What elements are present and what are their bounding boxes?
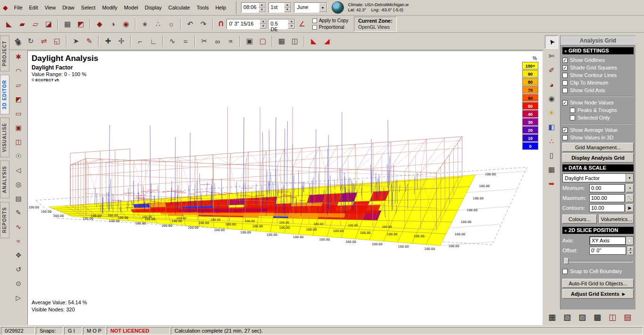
menu-select[interactable]: Select	[78, 3, 99, 12]
gears-tool-icon[interactable]: ∗	[139, 18, 151, 30]
offset-down-icon[interactable]: ▼	[627, 251, 634, 255]
mirror-tool-icon[interactable]: ⇌	[38, 35, 50, 47]
nodes-link-icon[interactable]: ∝	[225, 35, 237, 47]
checkbox-box[interactable]: ✓	[562, 128, 568, 133]
proportional-box[interactable]	[312, 25, 317, 30]
zone-draw-icon[interactable]: ◩	[12, 93, 25, 105]
corner-tool-icon[interactable]: ⌐	[134, 35, 146, 47]
undo-icon[interactable]: ↶	[184, 18, 196, 30]
checkbox-clip-to-minimum[interactable]: Clip To Minimum	[562, 79, 634, 86]
grid-display-icon[interactable]: ▦	[545, 310, 559, 324]
sun-tool-icon[interactable]: ☼	[165, 18, 177, 30]
contours-input[interactable]: 10.00	[589, 204, 625, 212]
shade-mode-icon[interactable]: ◩	[75, 18, 87, 30]
3d-viewport[interactable]: 100.00100.00100.00100.00100.00100.00100.…	[28, 51, 542, 325]
dimension-field[interactable]: 0' 3" 15/16 ▲ ▼	[226, 19, 267, 29]
light-object-icon[interactable]: ☉	[12, 150, 25, 162]
grid-table-icon[interactable]: ▦	[276, 35, 288, 47]
axis-dropdown-arrow-icon[interactable]: ▼	[626, 237, 633, 245]
current-zone-value[interactable]: OpenGL Views	[358, 24, 393, 30]
menu-model[interactable]: Model	[121, 3, 142, 12]
zoom-view-icon[interactable]: ⊙	[12, 277, 25, 290]
checkbox-box[interactable]: ✓	[562, 65, 568, 70]
day-down-icon[interactable]: ▼	[284, 8, 291, 12]
checkbox-show-average-value[interactable]: ✓Show Average Value	[562, 126, 634, 134]
day-up-icon[interactable]: ▲	[284, 3, 291, 8]
region-select-icon[interactable]: ▢	[257, 35, 269, 47]
grid-contour-icon[interactable]: ▩	[591, 310, 604, 324]
menu-display[interactable]: Display	[142, 3, 165, 12]
orbit-view-icon[interactable]: ↺	[12, 263, 25, 275]
tab-reports[interactable]: REPORTS	[0, 202, 9, 238]
day-spinner[interactable]: 1st ▲ ▼	[268, 2, 292, 13]
time-down-icon[interactable]: ▼	[259, 8, 266, 12]
time-up-icon[interactable]: ▲	[259, 3, 266, 8]
display-mode-icon[interactable]: ▦	[61, 18, 74, 30]
menu-edit[interactable]: Edit	[26, 3, 42, 12]
solid-tool-icon[interactable]: ◪	[42, 18, 55, 30]
checkbox-box[interactable]	[562, 73, 568, 78]
slice-position-header[interactable]: »2D SLICE POSITION	[562, 227, 634, 234]
polyline-icon[interactable]: ≈	[12, 235, 25, 247]
box-select-icon[interactable]: ▣	[243, 35, 256, 47]
tab-project[interactable]: PROJECT	[0, 35, 9, 71]
extrude-tool-icon[interactable]: ◣	[308, 35, 320, 47]
analysis-points-icon[interactable]: ∴	[152, 18, 164, 30]
scatter-points-icon[interactable]: ∴	[545, 135, 558, 148]
pointer-tool-icon[interactable]: ◣	[3, 18, 15, 30]
scissors-tool-icon[interactable]: ✂	[198, 35, 210, 47]
tab-analysis[interactable]: ANALYSIS	[0, 161, 9, 198]
day-value[interactable]: 1st	[269, 3, 284, 12]
adjust-grid-extents-button[interactable]: Adjust Grid Extents ▶	[562, 289, 634, 299]
render-tool-icon[interactable]: ◉	[120, 18, 132, 30]
angle-field[interactable]: 0.5 DE ▲ ▼	[268, 19, 295, 29]
snap-grid-icon[interactable]: ▦	[545, 163, 558, 176]
viewport[interactable]: 100.00100.00100.00100.00100.00100.00100.…	[27, 51, 543, 325]
menu-help[interactable]: Help	[212, 3, 229, 12]
frame-tool-icon[interactable]: ◫	[289, 35, 301, 47]
checkbox-show-node-values[interactable]: ✓Show Node Values	[562, 99, 634, 106]
display-analysis-grid-button[interactable]: Display Analysis Grid	[562, 153, 634, 163]
apply-to-copy-box[interactable]	[312, 18, 317, 23]
autofit-grid-button[interactable]: Auto-Fit Grid to Objects...	[562, 279, 634, 288]
checkbox-selected-only[interactable]: Selected Only	[562, 114, 634, 121]
measure-tool-icon[interactable]: ✐	[545, 64, 558, 77]
window-draw-icon[interactable]: ▣	[12, 121, 25, 134]
tab-3d-editor[interactable]: 3D EDITOR	[0, 75, 9, 114]
printer-icon[interactable]: ▤	[12, 192, 25, 205]
checkbox-show-grid-axis[interactable]: Show Grid Axis	[562, 86, 634, 94]
attribute-dropdown-arrow-icon[interactable]: ▼	[626, 174, 633, 182]
add-node-icon[interactable]: ✚	[102, 35, 114, 47]
checkbox-box[interactable]: ✓	[562, 100, 568, 105]
walkthrough-icon[interactable]: ▷	[12, 292, 25, 304]
minimum-input[interactable]: 0.00	[589, 184, 625, 192]
snap-cell-boundary-box[interactable]	[562, 269, 568, 274]
door-draw-icon[interactable]: ◫	[12, 136, 25, 148]
proportional-checkbox[interactable]: Proportional	[312, 25, 348, 30]
smooth-tool-icon[interactable]: ≈	[179, 35, 192, 47]
arc-tool-icon[interactable]: ◠	[12, 65, 25, 77]
screen-capture-icon[interactable]: ◉	[12, 36, 25, 49]
snap-magnet-icon[interactable]: ∪	[218, 19, 224, 29]
grid-rotate-icon[interactable]: ▧	[560, 310, 574, 324]
menu-file[interactable]: File	[11, 3, 26, 12]
apply-to-copy-checkbox[interactable]: Apply to Copy	[312, 18, 348, 23]
angle-up-icon[interactable]: ▲	[288, 19, 295, 24]
grid-settings-header[interactable]: »GRID SETTINGS	[562, 47, 634, 54]
menu-calculate[interactable]: Calculate	[165, 3, 193, 12]
menu-tools[interactable]: Tools	[193, 3, 212, 12]
checkbox-shade-grid-squares[interactable]: ✓Shade Grid Squares	[562, 64, 634, 71]
offset-up-icon[interactable]: ▲	[627, 247, 634, 251]
polyline-tool-icon[interactable]: ∿	[166, 35, 178, 47]
month-dropdown[interactable]: June ▼	[294, 2, 327, 13]
checkbox-box[interactable]	[570, 115, 575, 120]
axis-protractor-icon[interactable]: ∠	[299, 20, 305, 28]
axis-value[interactable]: XY Axis	[590, 237, 626, 245]
delete-object-icon[interactable]: ▯	[545, 149, 558, 162]
menu-view[interactable]: View	[41, 3, 59, 12]
data-scale-header[interactable]: »DATA & SCALE	[562, 164, 634, 172]
dimension-up-icon[interactable]: ▲	[259, 19, 267, 24]
snap-cell-boundary-checkbox[interactable]: Snap to Cell Boundary	[562, 267, 634, 275]
visibility-eye-icon[interactable]: ◉	[545, 92, 558, 105]
volumetrics-button[interactable]: Volumetrics...	[599, 215, 634, 223]
